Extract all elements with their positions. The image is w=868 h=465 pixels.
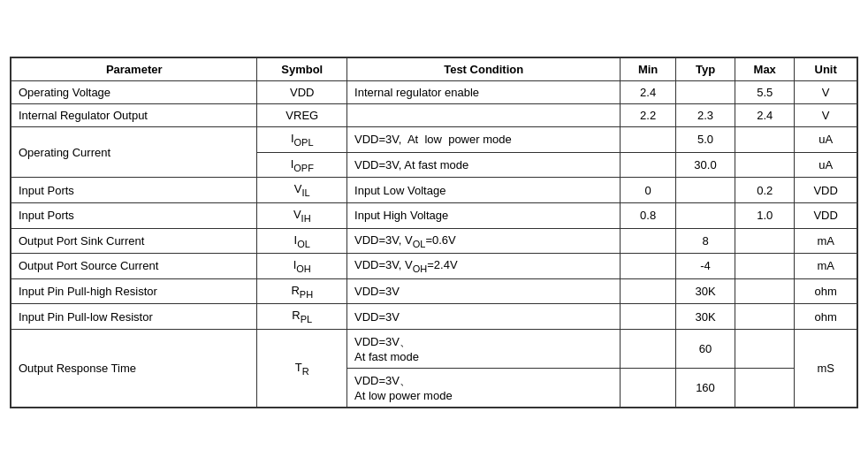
typ-cell (675, 202, 735, 228)
table-row: Input Ports VIH Input High Voltage 0.8 1… (11, 202, 857, 228)
max-cell (735, 254, 795, 279)
unit-cell: ohm (795, 278, 857, 304)
table-row: Input Pin Pull-low Resistor RPL VDD=3V 3… (11, 304, 857, 330)
typ-cell: 2.3 (675, 104, 735, 127)
condition-cell: VDD=3V (347, 304, 621, 330)
param-cell: Operating Voltage (11, 81, 257, 104)
min-cell (621, 368, 676, 407)
param-cell: Internal Regulator Output (11, 104, 257, 127)
symbol-cell: VIL (257, 178, 347, 203)
min-cell (621, 254, 676, 279)
table-row: Output Response Time TR VDD=3V、At fast m… (11, 329, 857, 368)
unit-cell: V (795, 81, 857, 104)
symbol-cell: VIH (257, 202, 347, 228)
symbol-cell: IOL (257, 228, 347, 254)
table-row: Input Ports VIL Input Low Voltage 0 0.2 … (11, 178, 857, 203)
max-cell (735, 152, 795, 178)
min-cell (621, 228, 676, 254)
min-cell (621, 304, 676, 330)
max-cell: 2.4 (735, 104, 795, 127)
max-cell (735, 127, 795, 153)
symbol-cell: VREG (257, 104, 347, 127)
typ-cell: 60 (675, 329, 735, 368)
typ-cell: 30K (675, 304, 735, 330)
typ-cell (675, 81, 735, 104)
unit-cell: mS (795, 329, 857, 407)
typ-cell (675, 178, 735, 203)
param-cell: Operating Current (11, 127, 257, 178)
max-cell: 1.0 (735, 202, 795, 228)
symbol-cell: RPH (257, 278, 347, 304)
min-cell (621, 329, 676, 368)
param-cell: Input Ports (11, 202, 257, 228)
min-cell (621, 152, 676, 178)
min-cell: 0 (621, 178, 676, 203)
max-cell (735, 228, 795, 254)
symbol-cell: TR (257, 329, 347, 407)
symbol-cell: IOPF (257, 152, 347, 178)
symbol-cell: RPL (257, 304, 347, 330)
param-cell: Input Pin Pull-high Resistor (11, 278, 257, 304)
typ-cell: 5.0 (675, 127, 735, 153)
condition-cell: VDD=3V (347, 278, 621, 304)
col-header-parameter: Parameter (11, 58, 257, 81)
col-header-condition: Test Condition (347, 58, 621, 81)
min-cell: 2.4 (621, 81, 676, 104)
col-header-max: Max (735, 58, 795, 81)
condition-cell: VDD=3V, At fast mode (347, 152, 621, 178)
table-row: Internal Regulator Output VREG 2.2 2.3 2… (11, 104, 857, 127)
condition-cell: VDD=3V、At low power mode (347, 368, 621, 407)
unit-cell: uA (795, 127, 857, 153)
max-cell (735, 278, 795, 304)
table-row: Operating Voltage VDD Internal regulator… (11, 81, 857, 104)
typ-cell: 30.0 (675, 152, 735, 178)
unit-cell: VDD (795, 202, 857, 228)
min-cell (621, 278, 676, 304)
max-cell: 0.2 (735, 178, 795, 203)
specs-table-wrapper: Parameter Symbol Test Condition Min Typ … (10, 57, 858, 408)
condition-cell: VDD=3V、At fast mode (347, 329, 621, 368)
table-row: Output Port Sink Current IOL VDD=3V, VOL… (11, 228, 857, 254)
condition-cell: VDD=3V, VOL=0.6V (347, 228, 621, 254)
symbol-cell: IOPL (257, 127, 347, 153)
condition-cell: Input High Voltage (347, 202, 621, 228)
max-cell: 5.5 (735, 81, 795, 104)
param-cell: Output Port Sink Current (11, 228, 257, 254)
condition-cell: Input Low Voltage (347, 178, 621, 203)
table-row: Output Port Source Current IOH VDD=3V, V… (11, 254, 857, 279)
specs-table: Parameter Symbol Test Condition Min Typ … (11, 57, 857, 408)
condition-cell (347, 104, 621, 127)
unit-cell: ohm (795, 304, 857, 330)
table-row: Input Pin Pull-high Resistor RPH VDD=3V … (11, 278, 857, 304)
min-cell (621, 127, 676, 153)
condition-cell: VDD=3V, VOH=2.4V (347, 254, 621, 279)
typ-cell: 30K (675, 278, 735, 304)
col-header-typ: Typ (675, 58, 735, 81)
symbol-cell: IOH (257, 254, 347, 279)
table-row: Operating Current IOPL VDD=3V, At low po… (11, 127, 857, 153)
min-cell: 0.8 (621, 202, 676, 228)
unit-cell: uA (795, 152, 857, 178)
param-cell: Input Pin Pull-low Resistor (11, 304, 257, 330)
typ-cell: 8 (675, 228, 735, 254)
param-cell: Output Port Source Current (11, 254, 257, 279)
symbol-cell: VDD (257, 81, 347, 104)
unit-cell: mA (795, 228, 857, 254)
col-header-unit: Unit (795, 58, 857, 81)
param-cell: Output Response Time (11, 329, 257, 407)
max-cell (735, 304, 795, 330)
max-cell (735, 368, 795, 407)
max-cell (735, 329, 795, 368)
typ-cell: -4 (675, 254, 735, 279)
min-cell: 2.2 (621, 104, 676, 127)
unit-cell: VDD (795, 178, 857, 203)
typ-cell: 160 (675, 368, 735, 407)
condition-cell: Internal regulator enable (347, 81, 621, 104)
unit-cell: V (795, 104, 857, 127)
condition-cell: VDD=3V, At low power mode (347, 127, 621, 153)
param-cell: Input Ports (11, 178, 257, 203)
unit-cell: mA (795, 254, 857, 279)
col-header-min: Min (621, 58, 676, 81)
col-header-symbol: Symbol (257, 58, 347, 81)
